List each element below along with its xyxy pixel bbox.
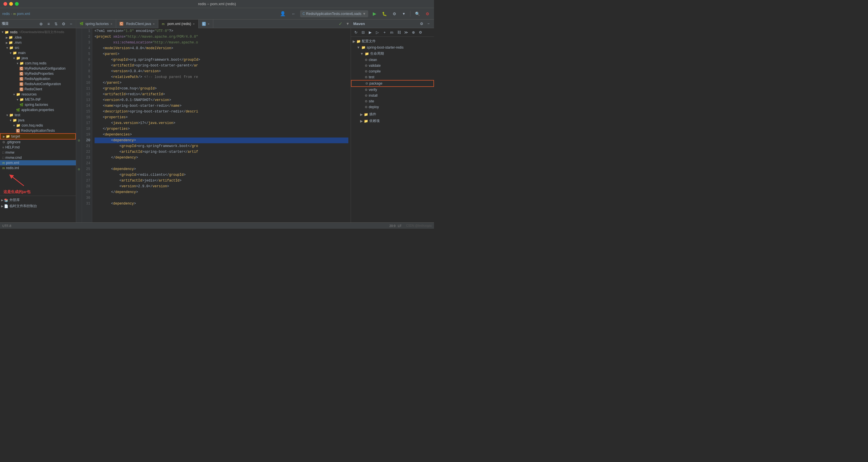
maven-lifecycle-test[interactable]: ⚙ test: [351, 74, 434, 80]
close-button[interactable]: [3, 2, 7, 6]
maven-plugins-section[interactable]: ▶ 📁 插件: [351, 111, 434, 118]
vcs-button[interactable]: 👤: [278, 10, 288, 18]
maven-lifecycle-item-label: clean: [369, 58, 377, 62]
sidebar-close-button[interactable]: −: [68, 21, 74, 27]
sidebar-settings-button[interactable]: ⚙: [60, 21, 67, 27]
sidebar-item-mvn[interactable]: ▶ 📁 .mvn: [0, 40, 76, 45]
tab-redis-client[interactable]: C RedisClient.java ×: [116, 20, 158, 28]
expand-arrow: ▼: [13, 124, 16, 127]
maven-lifecycle-deploy[interactable]: ⚙ deploy: [351, 104, 434, 110]
gutter-spring-icon-20[interactable]: ⚙: [76, 138, 82, 143]
maven-toolbar: ↻ ⊟ ▶ ▷ + m ⛓ ≫ ⊕ ⚙: [351, 28, 434, 37]
more-run-button[interactable]: ▼: [400, 10, 408, 18]
gutter-line: [76, 103, 82, 109]
sidebar-item-mvnw[interactable]: □ mvnw: [0, 150, 76, 155]
sidebar-item-meta-inf[interactable]: ▼ 📁 META-INF: [0, 97, 76, 102]
maven-lifecycle-package[interactable]: ⚙ package: [351, 80, 434, 87]
sidebar-item-myredisauto[interactable]: C MyRedisAutoConfiguration: [0, 66, 76, 71]
gutter-spring-icon-25[interactable]: ⚙: [76, 166, 82, 172]
sidebar-item-redisclient[interactable]: C RedisClient: [0, 87, 76, 92]
sidebar-item-main[interactable]: ▼ 📁 main: [0, 50, 76, 56]
gutter-line: [76, 126, 82, 132]
expand-arrow: ▶: [6, 36, 8, 39]
breadcrumb-sep: ›: [11, 12, 12, 16]
sidebar-item-target[interactable]: ▶ 📁 target: [0, 133, 76, 140]
run-button[interactable]: ▶: [370, 10, 378, 18]
editor-area: 🌿 spring.factories × C RedisClient.java …: [76, 20, 351, 222]
maven-settings-btn[interactable]: ⚙: [418, 21, 425, 27]
tab-close-pom[interactable]: ×: [193, 22, 194, 26]
sidebar-item-src[interactable]: ▼ 📁 src: [0, 45, 76, 50]
sidebar-item-help-md[interactable]: ≡ HELP.md: [0, 145, 76, 150]
debug-button[interactable]: 🐛: [380, 10, 389, 18]
breadcrumb-project[interactable]: redis: [2, 12, 10, 16]
sidebar-item-external-libs[interactable]: ▶ 📚 外部库: [0, 197, 76, 203]
sidebar-item-app-props[interactable]: 🌿 application.properties: [0, 107, 76, 113]
maven-lifecycle-site[interactable]: ⚙ site: [351, 98, 434, 104]
tab-class[interactable]: C ×: [198, 20, 213, 28]
sidebar-item-redisautoconfig[interactable]: C RedisAutoConfiguration: [0, 81, 76, 87]
maven-run-btn[interactable]: ▶: [367, 29, 373, 36]
sidebar-item-idea[interactable]: ▶ 📁 .idea: [0, 35, 76, 40]
maven-m-btn[interactable]: m: [389, 29, 395, 36]
sidebar-item-redis-app-tests[interactable]: C RedisApplicationTests: [0, 128, 76, 133]
run-config-selector[interactable]: C RedisApplicationTests.contextLoads ▼: [300, 10, 368, 17]
sidebar-item-com-hsq-redis[interactable]: ▼ 📁 com.hsq.redis: [0, 61, 76, 66]
sidebar-item-gitignore[interactable]: ⚙ .gitignore: [0, 140, 76, 145]
minimize-button[interactable]: [9, 2, 13, 6]
code-line-11: <groupId>com.hsq</groupId>: [95, 86, 348, 91]
run-coverage-button[interactable]: ⚙: [390, 10, 399, 18]
code-editor[interactable]: <?xml version="1.0" encoding="UTF-8"?> <…: [92, 28, 351, 222]
maximize-button[interactable]: [15, 2, 19, 6]
sidebar-item-spring-factories[interactable]: 🌿 spring.factories: [0, 102, 76, 107]
tab-close-redis-client[interactable]: ×: [153, 22, 155, 26]
tab-pom-xml[interactable]: m pom.xml (redis) ×: [158, 20, 198, 28]
tab-close-class[interactable]: ×: [208, 22, 209, 26]
sidebar-item-pom-xml[interactable]: m pom.xml: [0, 160, 76, 166]
maven-lifecycle-compile[interactable]: ⚙ compile: [351, 68, 434, 74]
sidebar-item-redisapp[interactable]: C RedisApplication: [0, 76, 76, 81]
scope-button[interactable]: ⊕: [38, 21, 44, 27]
sidebar-root-path: ~/Downloads/idea项目文件/redis: [19, 30, 64, 34]
maven-add-btn[interactable]: +: [381, 29, 388, 36]
sidebar-item-resources[interactable]: ▼ 📁 resources: [0, 92, 76, 97]
maven-skip-btn[interactable]: ≫: [403, 29, 409, 36]
sidebar-item-redis-root[interactable]: ▼ 📁 redis ~/Downloads/idea项目文件/redis: [0, 29, 76, 35]
maven-section-config[interactable]: ▶ 📁 配置文件: [351, 38, 434, 45]
package-folder-icon: 📁: [20, 61, 24, 65]
collapse-all-button[interactable]: ≡: [45, 21, 52, 27]
sidebar-item-test-java[interactable]: ▼ 📁 java: [0, 118, 76, 123]
tab-spring-factories[interactable]: 🌿 spring.factories ×: [76, 20, 116, 28]
sidebar-item-temp-files[interactable]: ▶ 📄 临时文件和控制台: [0, 203, 76, 209]
maven-starter-item[interactable]: ▼ 📁 spring-boot-starter-redis: [351, 45, 434, 50]
maven-lifecycle-section[interactable]: ▼ 📁 生命周期: [351, 50, 434, 57]
editor-tabs-dropdown[interactable]: ▼: [345, 22, 351, 26]
code-line-18: </properties>: [95, 126, 348, 132]
sidebar-item-redis-iml[interactable]: m redis.iml: [0, 166, 76, 171]
sidebar-item-java[interactable]: ▼ 📁 java: [0, 56, 76, 61]
maven-show-deps-btn[interactable]: ⊕: [410, 29, 416, 36]
settings-button[interactable]: ⚙: [423, 10, 432, 18]
sidebar-item-myredisprop[interactable]: C MyRedisProperties: [0, 71, 76, 76]
maven-lifecycle-install[interactable]: ⚙ install: [351, 93, 434, 98]
back-button[interactable]: ←: [289, 10, 298, 18]
maven-deps-section[interactable]: ▶ 📁 依赖项: [351, 118, 434, 124]
maven-link-btn[interactable]: ⛓: [396, 29, 402, 36]
sidebar-item-mvnw-cmd[interactable]: □ mvnw.cmd: [0, 155, 76, 160]
maven-restore-btn[interactable]: −: [425, 21, 432, 27]
gutter-line: [76, 46, 82, 51]
tab-close-spring[interactable]: ×: [111, 22, 112, 26]
maven-lifecycle-clean[interactable]: ⚙ clean: [351, 57, 434, 63]
resources-folder-icon: 📁: [16, 92, 21, 96]
group-button[interactable]: ⇅: [53, 21, 59, 27]
maven-lifecycle-validate[interactable]: ⚙ validate: [351, 63, 434, 68]
maven-lifecycle-verify[interactable]: ⚙ verify: [351, 87, 434, 93]
maven-prefs-btn[interactable]: ⚙: [417, 29, 424, 36]
maven-refresh-btn[interactable]: ↻: [353, 29, 359, 36]
sidebar-item-test-com[interactable]: ▼ 📁 com.hsq.redis: [0, 123, 76, 128]
search-button[interactable]: 🔍: [413, 10, 422, 18]
maven-collapse-btn[interactable]: ⊟: [360, 29, 366, 36]
sidebar-item-test[interactable]: ▼ 📁 test: [0, 113, 76, 118]
plugins-folder-icon: 📁: [364, 113, 368, 116]
maven-run2-btn[interactable]: ▷: [374, 29, 380, 36]
